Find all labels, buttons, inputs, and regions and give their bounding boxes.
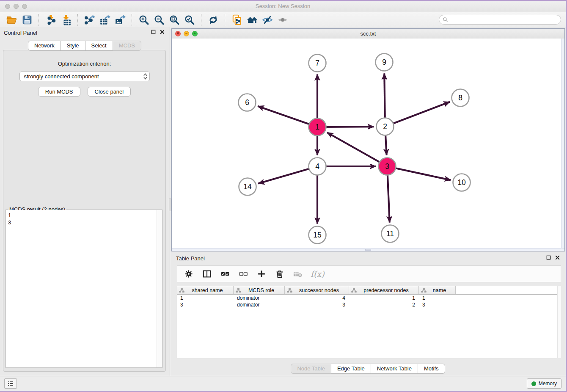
svg-text:10: 10 [457,178,466,187]
graph-node-3[interactable]: 3 [379,158,396,175]
column-header-shared-name[interactable]: shared name [177,286,234,294]
svg-text:15: 15 [313,231,321,239]
network-window-titlebar[interactable]: ✕ − + scc.txt [172,29,564,39]
network-graph[interactable]: 7968124314101511 [172,39,561,249]
graph-node-10[interactable]: 10 [453,174,471,191]
function-builder-icon[interactable]: f(x) [311,269,325,279]
run-mcds-button[interactable]: Run MCDS [38,87,80,97]
table-scrollbar[interactable] [557,286,561,358]
tab-style[interactable]: Style [61,41,85,51]
network-right-scrollbar[interactable] [561,39,564,248]
column-header-successor-nodes[interactable]: successor nodes [285,286,349,294]
search-box[interactable] [439,15,561,25]
mcds-result-text[interactable]: 1 3 [6,210,157,367]
import-table-icon[interactable] [58,14,74,26]
table-cell[interactable]: 1 [419,295,456,301]
optimization-criterion-select[interactable]: strongly connected component [19,72,150,81]
network-home-icon[interactable] [245,14,260,26]
graph-edge-3-10[interactable] [387,166,451,180]
split-view-icon[interactable] [201,268,212,279]
tab-motifs[interactable]: Motifs [418,364,445,374]
graph-node-1[interactable]: 1 [309,119,326,136]
tab-mcds[interactable]: MCDS [113,41,141,51]
zoom-selected-icon[interactable] [182,14,197,26]
close-panel-icon[interactable] [160,30,165,34]
column-header-name[interactable]: name [419,286,456,294]
table-cell[interactable]: 3 [419,302,456,308]
table-cell[interactable]: 1 [349,295,419,301]
export-table-icon[interactable] [97,14,113,26]
graph-edge-1-6[interactable] [258,106,317,127]
network-view-window: ✕ − + scc.txt 7968124314101511 [171,28,565,251]
selected-criterion: strongly connected component [20,73,142,80]
graph-node-4[interactable]: 4 [309,158,326,175]
close-panel-button[interactable]: Close panel [88,87,131,97]
panel-divider-grip[interactable] [169,199,171,211]
table-header-row: shared nameMCDS rolesuccessor nodesprede… [177,286,561,295]
close-table-panel-icon[interactable] [555,255,560,260]
delete-table-icon[interactable] [292,268,303,279]
table-cell[interactable]: 3 [285,302,349,308]
tab-network[interactable]: Network [28,41,61,51]
toolbar-separator [132,14,132,26]
table-cell[interactable]: 4 [285,295,349,301]
graph-node-8[interactable]: 8 [452,89,469,107]
graph-node-14[interactable]: 14 [239,178,256,196]
control-panel-tabs: NetworkStyleSelectMCDS [0,41,170,51]
float-table-panel-icon[interactable] [546,255,551,260]
graph-node-2[interactable]: 2 [377,118,394,135]
table-cell[interactable]: dominator [234,295,285,301]
save-session-icon[interactable] [19,14,35,26]
search-input[interactable] [450,16,561,23]
unselect-all-icon[interactable] [238,268,249,279]
svg-text:7: 7 [315,59,319,67]
add-column-icon[interactable] [256,268,267,279]
show-all-icon[interactable] [275,14,290,26]
svg-text:4: 4 [315,162,319,171]
column-header-predecessor-nodes[interactable]: predecessor nodes [349,286,419,294]
table-row[interactable]: 3dominator323 [177,301,561,308]
hide-selected-icon[interactable] [260,14,275,26]
dropdown-stepper-icon [142,73,149,80]
delete-column-icon[interactable] [274,268,285,279]
table-row[interactable]: 1dominator411 [177,295,561,301]
graph-edge-3-1[interactable] [327,133,387,166]
titlebar: Session: New Session [0,1,566,12]
zoom-out-icon[interactable] [151,14,167,26]
tab-node-table[interactable]: Node Table [291,364,331,374]
graph-node-11[interactable]: 11 [382,225,399,243]
tab-edge-table[interactable]: Edge Table [331,364,371,374]
table-cell[interactable]: 3 [177,302,234,308]
export-network-icon[interactable] [82,14,97,26]
graph-node-15[interactable]: 15 [309,226,326,244]
table-cell[interactable]: dominator [234,302,285,308]
memory-button[interactable]: Memory [527,378,561,389]
table-cell[interactable]: 2 [349,302,419,308]
graph-node-7[interactable]: 7 [309,55,326,72]
toolbar-separator [225,14,226,26]
refresh-view-icon[interactable] [206,14,221,26]
tab-network-table[interactable]: Network Table [371,364,418,374]
network-resize-grip[interactable] [365,249,371,251]
graph-edge-4-14[interactable] [258,166,317,184]
zoom-fit-icon[interactable] [167,14,182,26]
table-cell[interactable]: 1 [177,295,234,301]
result-scrollbar[interactable] [157,210,162,367]
import-network-icon[interactable] [43,14,58,26]
network-canvas[interactable]: 7968124314101511 [172,39,564,251]
task-history-button[interactable] [4,378,17,389]
toolbar-separator [77,14,78,26]
float-panel-icon[interactable] [151,30,156,34]
export-image-icon[interactable] [113,14,128,26]
status-bar: Memory [0,376,566,391]
clone-network-icon[interactable] [229,14,245,26]
open-session-icon[interactable] [4,14,19,26]
column-header-MCDS-role[interactable]: MCDS role [234,286,285,294]
select-all-icon[interactable] [220,268,231,279]
tab-select[interactable]: Select [85,41,113,51]
graph-node-6[interactable]: 6 [239,94,256,111]
graph-edge-2-8[interactable] [385,102,450,127]
settings-icon[interactable] [183,268,194,279]
zoom-in-icon[interactable] [136,14,151,26]
graph-node-9[interactable]: 9 [376,54,393,71]
